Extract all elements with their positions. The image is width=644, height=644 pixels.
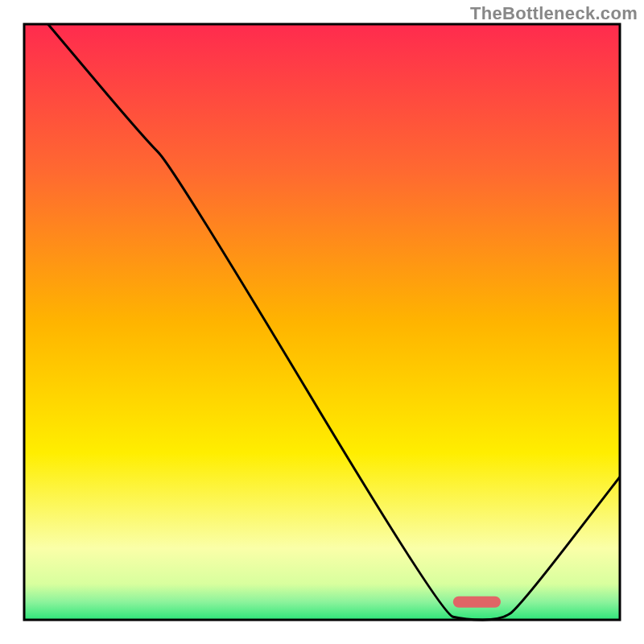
- bottleneck-chart: [0, 0, 644, 644]
- optimal-range-marker: [453, 597, 501, 608]
- chart-container: TheBottleneck.com: [0, 0, 644, 644]
- watermark-label: TheBottleneck.com: [470, 3, 638, 24]
- plot-background: [24, 24, 620, 620]
